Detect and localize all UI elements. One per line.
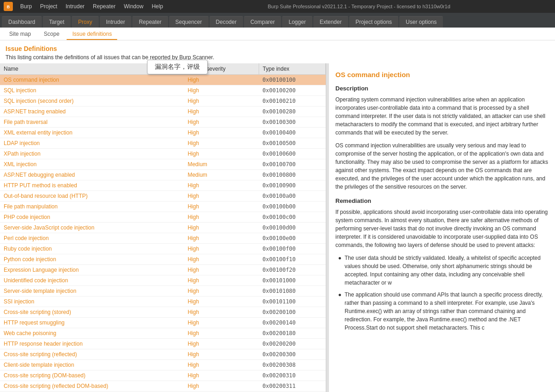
tab-proxy[interactable]: Proxy [72, 16, 99, 28]
tab-decoder[interactable]: Decoder [210, 16, 243, 28]
table-row[interactable]: Cross-site scripting (DOM-based)High0x00… [0, 370, 326, 381]
issue-type-index: 0x00101000 [259, 275, 325, 286]
issue-severity: High [184, 149, 259, 159]
menu-intruder[interactable]: Intruder [62, 2, 88, 11]
table-row[interactable]: Expression Language injectionHigh0x00100… [0, 265, 326, 275]
issue-severity: High [184, 138, 259, 149]
issue-severity: High [184, 202, 259, 212]
table-row[interactable]: Unidentified code injectionHigh0x0010100… [0, 275, 326, 286]
table-row[interactable]: Cross-site scripting (stored)High0x00200… [0, 307, 326, 318]
issue-severity: High [184, 106, 259, 117]
issue-type-index: 0x00100280 [259, 106, 325, 117]
issue-type-index: 0x00100300 [259, 117, 325, 128]
tab-logger[interactable]: Logger [282, 16, 312, 28]
table-row[interactable]: SQL injection (second order)High0x001002… [0, 96, 326, 106]
issue-name: HTTP PUT method is enabled [0, 180, 184, 191]
issue-type-index: 0x00200308 [259, 360, 325, 370]
page-description: This listing contains the definitions of… [6, 54, 549, 61]
tab-extender[interactable]: Extender [313, 16, 348, 28]
issue-name: Web cache poisoning [0, 328, 184, 339]
issues-table-panel[interactable]: Name Typical severity Type index OS comm… [0, 63, 326, 392]
table-row[interactable]: SQL injectionHigh0x00100200 [0, 85, 326, 96]
menu-help[interactable]: Help [148, 2, 167, 11]
tab-user-options[interactable]: User options [399, 16, 443, 28]
table-row[interactable]: Server-side template injectionHigh0x0010… [0, 286, 326, 297]
table-row[interactable]: Cross-site scripting (reflected DOM-base… [0, 381, 326, 392]
table-row[interactable]: XML external entity injectionHigh0x00100… [0, 128, 326, 138]
issue-type-index: 0x00100f00 [259, 244, 325, 254]
menu-burp[interactable]: Burp [17, 2, 35, 11]
issue-severity: High [184, 349, 259, 360]
tab-scope[interactable]: Scope [38, 29, 65, 40]
table-row[interactable]: Out-of-band resource load (HTTP)High0x00… [0, 191, 326, 202]
tab-repeater[interactable]: Repeater [132, 16, 168, 28]
menu-repeater[interactable]: Repeater [89, 2, 119, 11]
table-row[interactable]: LDAP injectionHigh0x00100500 [0, 138, 326, 149]
issue-type-index: 0x00200300 [259, 349, 325, 360]
table-row[interactable]: ASP.NET tracing enabledHigh0x00100280 [0, 106, 326, 117]
table-row[interactable]: Client-side template injectionHigh0x0020… [0, 360, 326, 370]
issue-name: Cross-site scripting (DOM-based) [0, 370, 184, 381]
issue-type-index: 0x00100700 [259, 159, 325, 170]
issue-name: SSI injection [0, 297, 184, 307]
table-row[interactable]: HTTP PUT method is enabledHigh0x00100900 [0, 180, 326, 191]
issue-severity: Medium [184, 159, 259, 170]
issue-type-index: 0x00100500 [259, 138, 325, 149]
tooltip-annotation: 漏洞名字，评级 [147, 60, 208, 74]
table-row[interactable]: PHP code injectionHigh0x00100c00 [0, 212, 326, 223]
table-row[interactable]: HTTP request smugglingHigh0x00200140 [0, 318, 326, 328]
table-row[interactable]: XML injectionMedium0x00100700 [0, 159, 326, 170]
tab-intruder[interactable]: Intruder [100, 16, 131, 28]
secondary-tab-bar: Site map Scope Issue definitions [0, 28, 555, 40]
app-title: Burp Suite Professional v2021.12.1 - Tem… [167, 4, 551, 9]
table-row[interactable]: HTTP response header injectionHigh0x0020… [0, 339, 326, 349]
table-row[interactable]: ASP.NET debugging enabledMedium0x0010080… [0, 170, 326, 180]
issue-severity: High [184, 233, 259, 244]
bullet-item-2: The application should use command APIs … [339, 291, 549, 332]
issue-name: Python code injection [0, 254, 184, 265]
section-description-heading: Description [335, 85, 549, 92]
menu-window[interactable]: Window [120, 2, 147, 11]
table-row[interactable]: Ruby code injectionHigh0x00100f00 [0, 244, 326, 254]
issue-name: Client-side template injection [0, 360, 184, 370]
tab-sequencer[interactable]: Sequencer [169, 16, 209, 28]
issue-severity: High [184, 265, 259, 275]
issue-severity: High [184, 254, 259, 265]
table-row[interactable]: Web cache poisoningHigh0x00200180 [0, 328, 326, 339]
tab-target[interactable]: Target [43, 16, 71, 28]
tab-comparer[interactable]: Comparer [244, 16, 281, 28]
issue-severity: High [184, 244, 259, 254]
issue-severity: High [184, 275, 259, 286]
issue-name: Cross-site scripting (reflected) [0, 349, 184, 360]
issue-type-index: 0x00200100 [259, 307, 325, 318]
table-row[interactable]: File path traversalHigh0x00100300 [0, 117, 326, 128]
table-row[interactable]: Python code injectionHigh0x00100f10 [0, 254, 326, 265]
issue-type-index: 0x00100600 [259, 149, 325, 159]
issue-severity: High [184, 128, 259, 138]
table-row[interactable]: Server-side JavaScript code injectionHig… [0, 223, 326, 233]
tab-project-options[interactable]: Project options [349, 16, 398, 28]
tab-dashboard[interactable]: Dashboard [2, 16, 42, 28]
issue-type-index: 0x00200140 [259, 318, 325, 328]
issue-type-index: 0x00200311 [259, 381, 325, 392]
issue-severity: High [184, 286, 259, 297]
tab-issue-definitions[interactable]: Issue definitions [67, 29, 117, 40]
split-view: Name Typical severity Type index OS comm… [0, 63, 555, 392]
table-row[interactable]: XPath injectionHigh0x00100600 [0, 149, 326, 159]
table-row[interactable]: Cross-site scripting (reflected)High0x00… [0, 349, 326, 360]
issue-severity: Medium [184, 170, 259, 180]
issue-type-index: 0x00100900 [259, 180, 325, 191]
table-row[interactable]: SSI injectionHigh0x00101100 [0, 297, 326, 307]
table-row[interactable]: OS command injectionHigh0x00100100 [0, 75, 326, 85]
detail-description-p2: OS command injection vulnerabilities are… [335, 141, 549, 191]
menu-project[interactable]: Project [36, 2, 61, 11]
table-row[interactable]: File path manipulationHigh0x00100b00 [0, 202, 326, 212]
table-row[interactable]: Perl code injectionHigh0x00100e00 [0, 233, 326, 244]
issue-name: File path manipulation [0, 202, 184, 212]
issue-type-index: 0x00101100 [259, 297, 325, 307]
tab-site-map[interactable]: Site map [4, 29, 36, 40]
issue-name: Server-side JavaScript code injection [0, 223, 184, 233]
col-header-type: Type index [259, 63, 325, 75]
detail-remediation-p1: If possible, applications should avoid i… [335, 208, 549, 249]
issue-name: Expression Language injection [0, 265, 184, 275]
